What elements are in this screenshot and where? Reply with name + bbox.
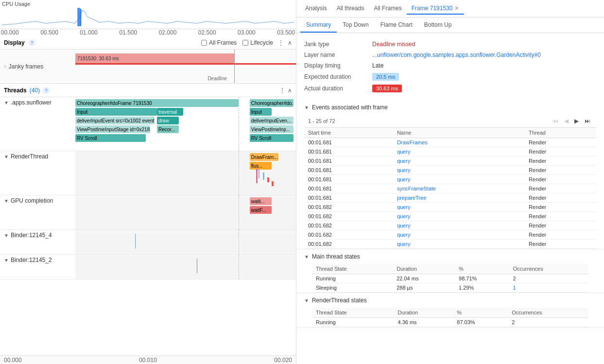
sub-tab-bottomup[interactable]: Bottom Up bbox=[418, 17, 458, 33]
state-name: Sleeping bbox=[312, 283, 393, 293]
waiti-segment[interactable]: waiti... bbox=[250, 197, 272, 205]
event-thread: Render bbox=[525, 147, 596, 156]
layer-name-label: Layer name bbox=[304, 52, 372, 58]
actual-duration-value: 30.63 ms bbox=[372, 85, 402, 92]
display-info-badge[interactable]: ? bbox=[29, 39, 35, 46]
input-right-segment[interactable]: Input bbox=[250, 108, 272, 116]
draw-segment[interactable]: draw bbox=[157, 117, 179, 124]
events-section-header[interactable]: ▼ Events associated with frame bbox=[296, 100, 604, 115]
thread-label-binder2[interactable]: ▼ Binder:12145_2 bbox=[0, 255, 75, 279]
render-col-state: Thread State bbox=[312, 308, 394, 318]
display-timing-row: Display timing Late bbox=[304, 60, 596, 71]
col-thread: Thread bbox=[525, 128, 596, 138]
deliver-right-segment[interactable]: deliverInputEven... bbox=[250, 117, 294, 124]
event-thread: Render bbox=[525, 212, 596, 221]
state-occurrences: 1 bbox=[509, 283, 588, 293]
table-row[interactable]: 00:01.681queryRender bbox=[304, 175, 596, 184]
render-col-percent: % bbox=[453, 308, 508, 318]
thread-content-gpu[interactable]: waiti... waitF... bbox=[75, 195, 296, 229]
list-item: Sleeping288 μs1.29%1 bbox=[312, 283, 588, 293]
event-start: 00:01.681 bbox=[304, 184, 393, 193]
tab-frame[interactable]: Frame 7191530 ✕ bbox=[407, 3, 465, 15]
thread-row-gpu: ▼ GPU completion waiti... waitF... bbox=[0, 195, 296, 230]
thread-content-sunflower[interactable]: Choreographer#doFrame 7191530 Input trav… bbox=[75, 97, 296, 151]
janky-frames-content[interactable]: 7191530: 30.63 ms Deadline bbox=[75, 50, 296, 83]
table-row[interactable]: 00:01.681prepareTreeRender bbox=[304, 193, 596, 203]
table-row[interactable]: 00:01.682queryRender bbox=[304, 203, 596, 212]
table-row[interactable]: 00:01.681queryRender bbox=[304, 166, 596, 175]
thread-label-render[interactable]: ▼ RenderThread bbox=[0, 151, 75, 195]
tab-analysis[interactable]: Analysis bbox=[300, 0, 332, 17]
tab-all-frames[interactable]: All Frames bbox=[369, 0, 406, 17]
render-thread-states-header[interactable]: ▼ RenderThread states bbox=[296, 293, 604, 308]
thread-content-binder2[interactable] bbox=[75, 255, 296, 279]
sub-tab-summary[interactable]: Summary bbox=[300, 17, 337, 33]
main-thread-states-header[interactable]: ▼ Main thread states bbox=[296, 249, 604, 264]
analysis-tabs: Analysis All threads All Frames Frame 71… bbox=[296, 0, 604, 17]
event-name: prepareTree bbox=[393, 193, 525, 203]
display-collapse-icon[interactable]: ∧ bbox=[288, 39, 292, 46]
table-row[interactable]: 00:01.681queryRender bbox=[304, 147, 596, 156]
traversal-segment[interactable]: traversal bbox=[157, 108, 183, 116]
next-page-btn[interactable]: ▶ bbox=[572, 117, 581, 125]
flush-segment[interactable]: flus... bbox=[250, 162, 272, 170]
threads-info-badge[interactable]: ? bbox=[43, 87, 50, 94]
record-segment[interactable]: Recor... bbox=[157, 125, 179, 133]
drawframes-segment[interactable]: DrawFram... bbox=[250, 153, 278, 161]
prev-page-btn[interactable]: ◀ bbox=[562, 117, 570, 125]
main-col-state: Thread State bbox=[312, 264, 393, 274]
binder4-deadline-line bbox=[239, 230, 239, 254]
input-segment[interactable]: Input bbox=[75, 108, 157, 116]
table-row[interactable]: 00:01.682queryRender bbox=[304, 230, 596, 240]
threads-collapse-btn[interactable]: ∧ bbox=[288, 87, 292, 94]
table-row[interactable]: 00:01.681DrawFramesRender bbox=[304, 138, 596, 147]
last-page-btn[interactable]: ⏭ bbox=[583, 117, 592, 125]
event-thread: Render bbox=[525, 156, 596, 166]
table-row[interactable]: 00:01.682queryRender bbox=[304, 212, 596, 221]
rv-scroll-right-segment[interactable]: RV Scroll bbox=[250, 134, 294, 142]
threads-count: (40) bbox=[30, 87, 40, 94]
choreographer-right-segment[interactable]: Choreographer#do... bbox=[250, 99, 294, 107]
display-kebab-icon[interactable]: ⋮ bbox=[278, 39, 284, 46]
layer-name-value[interactable]: ...unflower/com.google.samples.apps.sunf… bbox=[372, 52, 596, 58]
event-name: query bbox=[393, 212, 525, 221]
color-bar-2 bbox=[259, 169, 259, 178]
thread-label-gpu[interactable]: ▼ GPU completion bbox=[0, 195, 75, 229]
table-row[interactable]: 00:01.681queryRender bbox=[304, 156, 596, 166]
threads-container[interactable]: ▼ .apps.sunflower Choreographer#doFrame … bbox=[0, 97, 296, 355]
viewpost-right-segment[interactable]: ViewPostImeInp... bbox=[250, 125, 294, 133]
table-row[interactable]: 00:01.681syncFrameStateRender bbox=[304, 184, 596, 193]
tab-all-threads[interactable]: All threads bbox=[332, 0, 369, 17]
thread-row-binder4: ▼ Binder:12145_4 bbox=[0, 230, 296, 255]
table-row[interactable]: 00:01.682queryRender bbox=[304, 240, 596, 249]
thread-content-binder4[interactable] bbox=[75, 230, 296, 254]
sub-tab-topdown[interactable]: Top Down bbox=[337, 17, 374, 33]
deadline-line bbox=[234, 50, 235, 83]
thread-label-sunflower[interactable]: ▼ .apps.sunflower bbox=[0, 97, 75, 151]
deliver-input-segment[interactable]: deliverInputEvent src=0x1002 eventTimeNa… bbox=[75, 117, 155, 124]
close-frame-tab-icon[interactable]: ✕ bbox=[454, 5, 459, 12]
pagination-info: 1 - 25 of 72 bbox=[304, 118, 547, 124]
list-item: Running22.04 ms98.71%2 bbox=[312, 274, 588, 283]
choreographer-segment[interactable]: Choreographer#doFrame 7191530 bbox=[75, 99, 239, 107]
info-grid: Jank type Deadline missed Layer name ...… bbox=[296, 33, 604, 100]
render-expand-arrow: ▼ bbox=[4, 154, 9, 159]
rv-scroll-segment[interactable]: RV Scroll bbox=[75, 134, 146, 142]
viewpost-segment[interactable]: ViewPostImeInputStage id=0x2187c3a8 bbox=[75, 125, 150, 133]
first-page-btn[interactable]: ⏮ bbox=[551, 117, 560, 125]
lifecycle-checkbox[interactable] bbox=[242, 40, 248, 46]
gpu-expand-arrow: ▼ bbox=[4, 198, 9, 204]
render-thread-states-table-wrapper: Thread State Duration % Occurrences Runn… bbox=[296, 308, 604, 327]
thread-content-render[interactable]: DrawFram... flus... bbox=[75, 151, 296, 195]
thread-label-binder4[interactable]: ▼ Binder:12145_4 bbox=[0, 230, 75, 254]
gpu-deadline-line bbox=[239, 195, 239, 229]
waitf-segment[interactable]: waitF... bbox=[250, 206, 272, 214]
janky-frames-row: ≡ Janky frames 7191530: 30.63 ms Deadlin… bbox=[0, 50, 296, 84]
event-thread: Render bbox=[525, 203, 596, 212]
sub-tab-flamechart[interactable]: Flame Chart bbox=[375, 17, 418, 33]
layer-name-row: Layer name ...unflower/com.google.sample… bbox=[304, 50, 596, 60]
threads-overflow-menu[interactable]: ⋮ bbox=[279, 87, 286, 94]
jank-type-row: Jank type Deadline missed bbox=[304, 39, 596, 50]
table-row[interactable]: 00:01.682queryRender bbox=[304, 221, 596, 230]
all-frames-checkbox[interactable] bbox=[201, 40, 207, 46]
